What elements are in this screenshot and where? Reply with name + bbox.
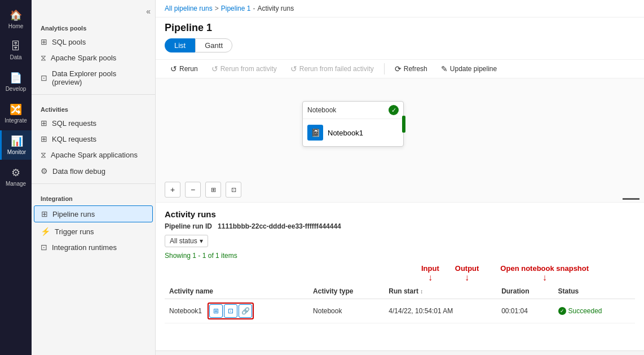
sidebar-label-kql-requests: KQL requests — [52, 135, 96, 143]
open-snapshot-button[interactable]: 🔗 — [239, 304, 252, 318]
sidebar: « Analytics pools ⊞ SQL pools ⧖ Apache S… — [32, 0, 156, 355]
nav-monitor-label: Monitor — [7, 149, 26, 155]
open-snapshot-label: Open notebook snapshot — [500, 264, 589, 273]
notebook-node-body: 📓 Notebook1 — [303, 119, 403, 146]
fullscreen-button[interactable]: ⊡ — [226, 182, 241, 198]
pipeline-run-id-label: Pipeline run ID — [165, 222, 212, 230]
pipeline-run-id-row: Pipeline run ID 1111bbbb-22cc-dddd-ee33-… — [165, 222, 635, 230]
col-activity-type: Activity type — [308, 284, 384, 299]
rerun-from-activity-button[interactable]: ↺ Rerun from activity — [206, 62, 283, 76]
snapshot-arrow: ↓ — [542, 273, 547, 283]
toolbar-divider — [384, 63, 385, 74]
rerun-label: Rerun — [179, 65, 198, 73]
sidebar-label-apache-spark-pools: Apache Spark pools — [51, 54, 116, 62]
sidebar-section-activities: Activities — [32, 99, 155, 115]
breadcrumb-all-runs[interactable]: All pipeline runs — [165, 5, 213, 12]
col-run-start[interactable]: Run start ↕ — [384, 284, 497, 299]
sidebar-collapse-button[interactable]: « — [32, 5, 155, 18]
refresh-button[interactable]: ⟳ Refresh — [389, 62, 433, 76]
notebook-node[interactable]: Notebook ✓ 📓 Notebook1 — [302, 101, 404, 147]
breadcrumb-sep1: > — [215, 5, 219, 12]
input-annotation-label: Input — [421, 264, 439, 273]
tab-gantt[interactable]: Gantt — [195, 38, 232, 52]
cell-run-start: 4/14/22, 10:54:01 AM — [384, 299, 497, 323]
nav-monitor[interactable]: 📊 Monitor — [0, 130, 32, 160]
nav-data[interactable]: 🗄 Data — [0, 36, 32, 65]
cell-duration: 00:01:04 — [497, 299, 553, 323]
col-activity-name: Activity name — [165, 284, 308, 299]
notebook-node-title: Notebook — [307, 106, 336, 114]
nav-integrate[interactable]: 🔀 Integrate — [0, 99, 32, 128]
input-action-button[interactable]: ⊞ — [209, 304, 223, 318]
sidebar-divider-2 — [32, 183, 155, 184]
breadcrumb-current: Activity runs — [257, 5, 294, 12]
integrate-icon: 🔀 — [10, 103, 22, 116]
open-snapshot-annotation: Open notebook snapshot ↓ — [500, 264, 589, 283]
action-icons-box: ⊞ ⊡ 🔗 — [208, 303, 254, 319]
pencil-icon: ✎ — [441, 64, 448, 73]
nav-home[interactable]: 🏠 Home — [0, 5, 32, 34]
sidebar-item-data-explorer-pools[interactable]: ⊡ Data Explorer pools (preview) — [32, 66, 155, 90]
activity-runs-section: Activity runs Pipeline run ID 1111bbbb-2… — [156, 203, 644, 350]
sidebar-section-integration: Integration — [32, 189, 155, 204]
update-pipeline-label: Update pipeline — [450, 65, 497, 73]
rerun-from-activity-label: Rerun from activity — [220, 65, 277, 73]
nav-develop[interactable]: 📄 Develop — [0, 67, 32, 97]
nav-home-label: Home — [8, 23, 24, 29]
rerun-from-failed-button[interactable]: ↺ Rerun from failed activity — [285, 62, 380, 76]
nav-develop-label: Develop — [6, 86, 27, 92]
pipeline-runs-icon: ⊞ — [41, 209, 48, 218]
node-green-bar — [402, 116, 405, 133]
sidebar-label-data-explorer-pools: Data Explorer pools (preview) — [52, 69, 146, 86]
horizontal-scrollbar[interactable] — [156, 350, 644, 355]
input-annotation: Input ↓ — [421, 264, 439, 283]
breadcrumb: All pipeline runs > Pipeline 1 - Activit… — [156, 0, 644, 17]
sidebar-item-pipeline-runs[interactable]: ⊞ Pipeline runs — [34, 205, 153, 222]
sidebar-item-apache-spark-pools[interactable]: ⧖ Apache Spark pools — [32, 50, 155, 66]
sidebar-item-apache-spark-apps[interactable]: ⧖ Apache Spark applications — [32, 147, 155, 163]
update-pipeline-button[interactable]: ✎ Update pipeline — [435, 62, 502, 76]
pipeline-canvas: Notebook ✓ 📓 Notebook1 + − ⊞ ⊡ — [156, 78, 644, 203]
breadcrumb-pipeline[interactable]: Pipeline 1 — [221, 5, 251, 12]
data-flow-debug-icon: ⚙ — [41, 166, 48, 176]
integration-runtimes-icon: ⊡ — [41, 243, 47, 252]
page-title: Pipeline 1 — [165, 22, 635, 34]
tab-list[interactable]: List — [165, 38, 195, 52]
rerun-activity-icon: ↺ — [211, 64, 218, 73]
status-filter-dropdown[interactable]: All status ▾ — [165, 235, 208, 247]
notebook-icon: 📓 — [307, 125, 323, 141]
sidebar-item-kql-requests[interactable]: ⊞ KQL requests — [32, 131, 155, 147]
sidebar-item-integration-runtimes[interactable]: ⊡ Integration runtimes — [32, 239, 155, 255]
col-duration: Duration — [497, 284, 553, 299]
pipeline-run-id-value: 1111bbbb-22cc-dddd-ee33-ffffff444444 — [218, 222, 341, 230]
notebook-node-name: Notebook1 — [328, 129, 363, 137]
chevron-down-icon: ▾ — [200, 237, 203, 245]
zoom-out-button[interactable]: − — [185, 182, 201, 198]
fit-view-button[interactable]: ⊞ — [205, 182, 221, 198]
develop-icon: 📄 — [10, 72, 22, 84]
nav-integrate-label: Integrate — [5, 117, 27, 124]
refresh-icon: ⟳ — [395, 64, 402, 73]
spark-apps-icon: ⧖ — [41, 150, 46, 160]
table-header: Activity name Activity type Run start ↕ … — [165, 284, 635, 299]
sidebar-item-sql-requests[interactable]: ⊞ SQL requests — [32, 115, 155, 131]
spark-pools-icon: ⧖ — [41, 53, 46, 63]
nav-manage[interactable]: ⚙ Manage — [0, 162, 32, 191]
pipeline-header: Pipeline 1 List Gantt — [156, 17, 644, 60]
activity-runs-title: Activity runs — [165, 209, 635, 219]
sidebar-label-integration-runtimes: Integration runtimes — [52, 243, 117, 252]
sidebar-item-trigger-runs[interactable]: ⚡ Trigger runs — [32, 223, 155, 239]
breadcrumb-sep2: - — [253, 5, 255, 12]
sidebar-label-pipeline-runs: Pipeline runs — [52, 210, 95, 218]
rerun-button[interactable]: ↺ Rerun — [165, 62, 204, 76]
sidebar-item-sql-pools[interactable]: ⊞ SQL pools — [32, 34, 155, 50]
sidebar-label-apache-spark-apps: Apache Spark applications — [51, 151, 138, 159]
output-action-button[interactable]: ⊡ — [224, 304, 237, 318]
sidebar-item-data-flow-debug[interactable]: ⚙ Data flow debug — [32, 163, 155, 179]
sidebar-section-analytics: Analytics pools — [32, 18, 155, 34]
zoom-in-button[interactable]: + — [165, 182, 180, 198]
notebook-node-header: Notebook ✓ — [303, 102, 403, 119]
cell-activity-name: Notebook1 ⊞ ⊡ 🔗 — [165, 299, 308, 323]
toolbar: ↺ Rerun ↺ Rerun from activity ↺ Rerun fr… — [156, 60, 644, 78]
view-tabs: List Gantt — [165, 38, 635, 52]
